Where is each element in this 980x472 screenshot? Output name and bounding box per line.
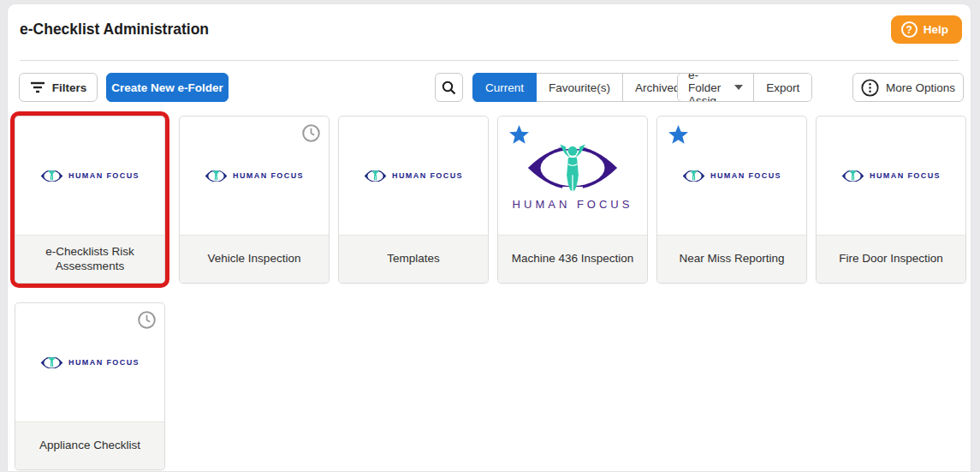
more-options-label: More Options — [886, 81, 955, 94]
tab-label: Current — [485, 81, 524, 94]
human-focus-wordmark: HUMAN FOCUS — [392, 171, 463, 180]
human-focus-logo: HUMAN FOCUS — [205, 168, 304, 184]
card-label: Vehicle Inspection — [198, 252, 312, 266]
efolder-card-e-checklists-risk-assessments[interactable]: HUMAN FOCUS e-Checklists Risk Assessment… — [15, 116, 165, 284]
card-body: HUMAN FOCUS — [15, 117, 164, 235]
main-panel: e-Checklist Administration ? Help Filter… — [7, 3, 971, 472]
human-focus-eye-icon — [841, 168, 864, 184]
card-body: HUMAN FOCUS — [180, 117, 329, 235]
tab-label: Favourite(s) — [549, 81, 610, 94]
search-button[interactable] — [435, 73, 463, 102]
export-button[interactable]: Export — [753, 74, 811, 101]
question-circle-icon: ? — [901, 21, 918, 38]
page-title: e-Checklist Administration — [20, 21, 209, 39]
human-focus-logo: HUMAN FOCUS — [364, 168, 463, 184]
card-label: Near Miss Reporting — [668, 252, 794, 266]
human-focus-logo: HUMAN FOCUS — [40, 168, 140, 184]
human-focus-logo: HUMAN FOCUS — [841, 168, 941, 184]
human-focus-wordmark: HUMAN FOCUS — [870, 171, 941, 180]
card-body: HUMAN FOCUS — [817, 117, 965, 235]
search-icon — [442, 81, 456, 95]
card-label: Fire Door Inspection — [829, 252, 953, 266]
card-footer: Fire Door Inspection — [817, 235, 965, 283]
card-body: HUMAN FOCUS — [339, 117, 488, 235]
card-body: HUMAN FOCUS — [657, 117, 806, 235]
human-focus-eye-icon — [205, 168, 228, 184]
human-focus-wordmark: HUMAN FOCUS — [68, 171, 140, 180]
efolder-card-fire-door-inspection[interactable]: HUMAN FOCUS Fire Door Inspection — [816, 116, 966, 284]
efolder-assign-dropdown[interactable]: e-Folder Assig... — [678, 74, 753, 101]
human-focus-wordmark: HUMAN FOCUS — [513, 198, 633, 211]
human-focus-eye-icon — [525, 140, 621, 195]
human-focus-eye-icon — [40, 355, 63, 371]
filters-label: Filters — [52, 81, 87, 94]
tab-current[interactable]: Current — [472, 73, 537, 102]
efolder-card-vehicle-inspection[interactable]: HUMAN FOCUS Vehicle Inspection — [179, 116, 330, 284]
page-gutter — [971, 0, 980, 472]
human-focus-logo: HUMAN FOCUS — [40, 355, 140, 371]
human-focus-eye-icon — [364, 168, 387, 184]
card-label: e-Checklists Risk Assessments — [15, 245, 164, 274]
human-focus-logo: HUMAN FOCUS — [682, 168, 781, 184]
human-focus-wordmark: HUMAN FOCUS — [68, 358, 140, 367]
human-focus-eye-icon — [40, 168, 63, 184]
help-button[interactable]: ? Help — [891, 15, 962, 44]
tab-label: Archived — [635, 81, 680, 94]
card-label: Machine 436 Inspection — [502, 252, 644, 266]
filter-icon — [30, 81, 45, 93]
ellipsis-vertical-circle-icon — [861, 79, 879, 97]
efolder-grid: HUMAN FOCUS e-Checklists Risk Assessment… — [8, 116, 971, 470]
tab-favourites[interactable]: Favourite(s) — [536, 73, 623, 102]
human-focus-logo-large: HUMAN FOCUS — [513, 140, 633, 211]
human-focus-wordmark: HUMAN FOCUS — [710, 171, 781, 180]
more-options-button[interactable]: More Options — [852, 73, 964, 102]
header-divider — [20, 60, 959, 61]
card-footer: Machine 436 Inspection — [498, 235, 647, 283]
card-label: Templates — [377, 252, 450, 266]
card-footer: e-Checklists Risk Assessments — [15, 235, 164, 283]
efolder-card-templates[interactable]: HUMAN FOCUS Templates — [338, 116, 489, 284]
human-focus-eye-icon — [682, 168, 705, 184]
efolder-assign-label: e-Folder Assig... — [688, 73, 726, 102]
card-body: HUMAN FOCUS — [498, 117, 647, 235]
card-footer: Appliance Checklist — [15, 421, 164, 469]
chevron-down-icon — [734, 85, 743, 90]
card-footer: Vehicle Inspection — [180, 235, 329, 283]
efolder-card-appliance-checklist[interactable]: HUMAN FOCUS Appliance Checklist — [15, 302, 165, 470]
card-footer: Near Miss Reporting — [657, 235, 806, 283]
help-label: Help — [924, 23, 948, 36]
efolder-card-machine-436-inspection[interactable]: HUMAN FOCUS Machine 436 Inspection — [497, 116, 648, 284]
efolder-assign-group: e-Folder Assig... Export — [677, 73, 812, 102]
card-footer: Templates — [339, 235, 488, 283]
card-body: HUMAN FOCUS — [15, 303, 164, 421]
tab-group: Current Favourite(s) Archived — [472, 73, 693, 102]
human-focus-wordmark: HUMAN FOCUS — [233, 171, 304, 180]
card-label: Appliance Checklist — [29, 439, 151, 453]
filters-button[interactable]: Filters — [19, 73, 98, 102]
efolder-card-near-miss-reporting[interactable]: HUMAN FOCUS Near Miss Reporting — [656, 116, 807, 284]
create-new-efolder-button[interactable]: Create New e-Folder — [106, 73, 229, 102]
